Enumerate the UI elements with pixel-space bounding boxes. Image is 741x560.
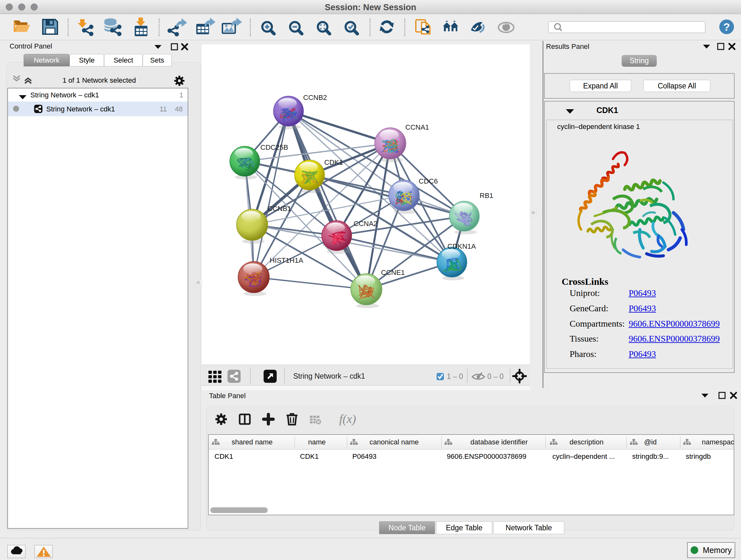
- svg-text:1 – 0: 1 – 0: [447, 372, 463, 381]
- svg-text:CDC25B: CDC25B: [260, 143, 288, 151]
- svg-text:f(x): f(x): [339, 412, 356, 426]
- svg-text:String Network – cdk1: String Network – cdk1: [293, 372, 365, 380]
- svg-text:0 – 0: 0 – 0: [487, 372, 503, 381]
- svg-text:CCNA1: CCNA1: [405, 123, 429, 131]
- svg-text:CDKN1A: CDKN1A: [448, 242, 476, 250]
- svg-text:CCNB2: CCNB2: [303, 94, 327, 102]
- svg-text:CCNA2: CCNA2: [354, 220, 378, 228]
- svg-text:CDC6: CDC6: [419, 177, 438, 185]
- svg-text:?: ?: [724, 21, 730, 33]
- svg-text:HIST1H1A: HIST1H1A: [270, 256, 303, 264]
- svg-text:CDK1: CDK1: [324, 159, 343, 166]
- svg-text:CCNE1: CCNE1: [381, 268, 405, 276]
- svg-text:CCNB1: CCNB1: [267, 205, 291, 212]
- svg-text:RB1: RB1: [480, 192, 493, 199]
